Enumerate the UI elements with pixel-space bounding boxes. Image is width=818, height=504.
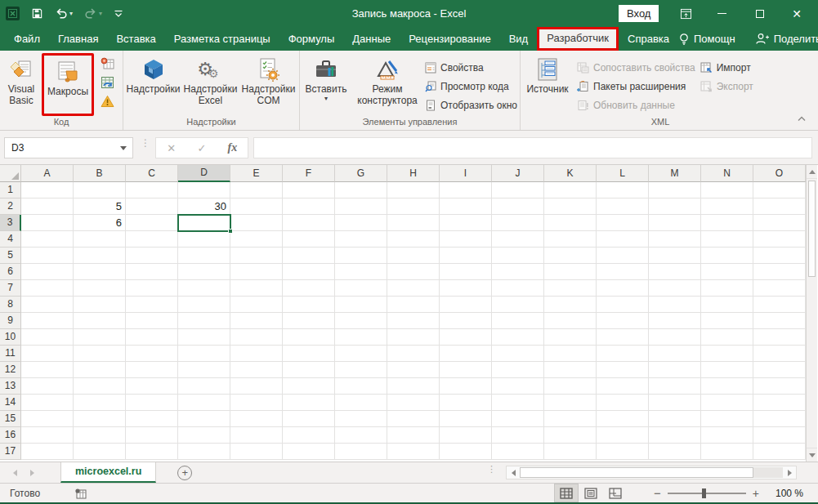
cell-G17[interactable]	[335, 444, 387, 460]
cell-H6[interactable]	[387, 264, 440, 280]
column-header-J[interactable]: J	[492, 165, 544, 182]
fill-handle[interactable]	[228, 229, 233, 234]
cell-I16[interactable]	[440, 427, 492, 444]
cell-F15[interactable]	[283, 411, 335, 427]
cell-A10[interactable]	[21, 329, 74, 346]
macro-recording-button[interactable]	[74, 488, 87, 499]
cell-E10[interactable]	[230, 329, 283, 346]
sign-in-button[interactable]: Вход	[619, 5, 659, 22]
cell-F1[interactable]	[283, 182, 335, 198]
cell-E11[interactable]	[230, 346, 283, 362]
page-break-preview-button[interactable]	[603, 484, 628, 502]
cell-I11[interactable]	[440, 346, 492, 362]
cell-J6[interactable]	[492, 264, 544, 280]
cell-B15[interactable]	[74, 411, 126, 427]
refresh-data-button[interactable]: Обновить данные	[577, 96, 695, 114]
cell-A5[interactable]	[21, 248, 74, 264]
cell-F4[interactable]	[283, 231, 335, 248]
column-header-K[interactable]: K	[544, 165, 597, 182]
cell-N2[interactable]	[701, 198, 753, 215]
cell-A9[interactable]	[21, 313, 74, 329]
cell-H12[interactable]	[387, 362, 440, 378]
cell-D10[interactable]	[178, 329, 230, 346]
scroll-left-button[interactable]	[507, 466, 520, 479]
cell-I9[interactable]	[440, 313, 492, 329]
cell-B10[interactable]	[74, 329, 126, 346]
cell-D7[interactable]	[178, 280, 230, 297]
cell-D8[interactable]	[178, 297, 230, 313]
cell-C11[interactable]	[126, 346, 178, 362]
design-mode-button[interactable]: Режим конструктора	[351, 53, 423, 116]
expansion-packs-button[interactable]: Пакеты расширения	[577, 77, 695, 96]
cell-J5[interactable]	[492, 248, 544, 264]
ribbon-tab-6[interactable]: Рецензирование	[400, 27, 499, 51]
xml-source-button[interactable]: Источник	[523, 53, 572, 116]
cell-O8[interactable]	[753, 297, 806, 313]
cell-C13[interactable]	[126, 378, 178, 395]
cell-L3[interactable]	[597, 215, 649, 231]
vertical-scroll-thumb[interactable]	[808, 181, 816, 277]
row-header-5[interactable]: 5	[0, 248, 21, 264]
column-header-A[interactable]: A	[21, 165, 74, 182]
cell-A2[interactable]	[21, 198, 74, 215]
cell-J12[interactable]	[492, 362, 544, 378]
cell-E4[interactable]	[230, 231, 283, 248]
cell-M13[interactable]	[649, 378, 701, 395]
share-person-icon[interactable]	[755, 33, 770, 45]
cell-F14[interactable]	[283, 395, 335, 411]
ribbon-tab-7[interactable]: Вид	[500, 27, 538, 51]
ribbon-tab-0[interactable]: Файл	[5, 27, 49, 51]
cell-K6[interactable]	[544, 264, 597, 280]
next-sheet-button[interactable]	[30, 470, 34, 476]
new-sheet-button[interactable]: +	[177, 466, 192, 480]
cell-I12[interactable]	[440, 362, 492, 378]
formula-bar-splitter[interactable]: ⋮	[141, 140, 150, 145]
cell-B11[interactable]	[74, 346, 126, 362]
cell-N17[interactable]	[701, 444, 753, 460]
cell-B16[interactable]	[74, 427, 126, 444]
cell-D1[interactable]	[178, 182, 230, 198]
cell-K16[interactable]	[544, 427, 597, 444]
cell-O2[interactable]	[753, 198, 806, 215]
cell-C12[interactable]	[126, 362, 178, 378]
cell-M11[interactable]	[649, 346, 701, 362]
row-header-8[interactable]: 8	[0, 297, 21, 313]
cell-N14[interactable]	[701, 395, 753, 411]
cell-G2[interactable]	[335, 198, 387, 215]
cell-H7[interactable]	[387, 280, 440, 297]
cell-E13[interactable]	[230, 378, 283, 395]
cell-O6[interactable]	[753, 264, 806, 280]
cell-E16[interactable]	[230, 427, 283, 444]
cell-K1[interactable]	[544, 182, 597, 198]
cell-K4[interactable]	[544, 231, 597, 248]
cell-G16[interactable]	[335, 427, 387, 444]
zoom-slider-track[interactable]	[668, 493, 746, 494]
cell-G1[interactable]	[335, 182, 387, 198]
sheet-tab-active[interactable]: microexcel.ru	[60, 462, 156, 483]
macro-security-button[interactable]	[99, 94, 115, 109]
cell-A7[interactable]	[21, 280, 74, 297]
cell-J17[interactable]	[492, 444, 544, 460]
cell-A6[interactable]	[21, 264, 74, 280]
cell-B1[interactable]	[74, 182, 126, 198]
cell-L14[interactable]	[597, 395, 649, 411]
cell-F2[interactable]	[283, 198, 335, 215]
cell-I15[interactable]	[440, 411, 492, 427]
scroll-down-button[interactable]	[807, 448, 817, 462]
cell-E15[interactable]	[230, 411, 283, 427]
cell-D9[interactable]	[178, 313, 230, 329]
cell-L10[interactable]	[597, 329, 649, 346]
undo-button[interactable]: ▾	[55, 8, 73, 19]
cell-M10[interactable]	[649, 329, 701, 346]
cell-G5[interactable]	[335, 248, 387, 264]
cell-B8[interactable]	[74, 297, 126, 313]
cell-F11[interactable]	[283, 346, 335, 362]
cell-F10[interactable]	[283, 329, 335, 346]
share-label[interactable]: Поделиться	[774, 33, 818, 45]
cell-N4[interactable]	[701, 231, 753, 248]
cell-L13[interactable]	[597, 378, 649, 395]
ribbon-tab-5[interactable]: Данные	[343, 27, 400, 51]
cell-N7[interactable]	[701, 280, 753, 297]
cell-C1[interactable]	[126, 182, 178, 198]
column-header-L[interactable]: L	[597, 165, 649, 182]
